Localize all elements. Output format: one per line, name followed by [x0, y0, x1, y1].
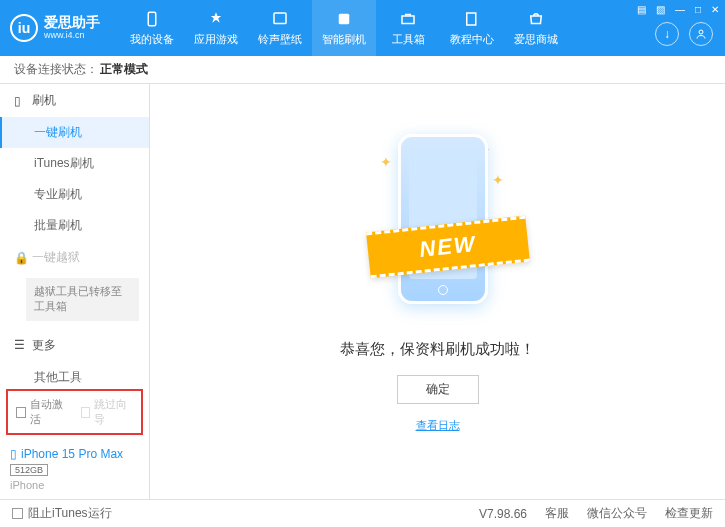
app-header: iu 爱思助手 www.i4.cn 我的设备 应用游戏 铃声壁纸 智能刷机 工具… — [0, 0, 725, 56]
store-icon — [526, 9, 546, 29]
minimize-icon[interactable]: — — [675, 4, 685, 15]
top-nav: 我的设备 应用游戏 铃声壁纸 智能刷机 工具箱 教程中心 爱思商城 — [120, 0, 568, 56]
lock-icon: 🔒 — [14, 251, 26, 265]
toolbox-icon — [398, 9, 418, 29]
device-status-bar: 设备连接状态： 正常模式 — [0, 56, 725, 84]
tab-ringtones[interactable]: 铃声壁纸 — [248, 0, 312, 56]
svg-rect-0 — [148, 12, 156, 26]
success-illustration: ✦ ✦ ✦ NEW — [368, 124, 508, 324]
device-name-text: iPhone 15 Pro Max — [21, 447, 123, 461]
svg-rect-3 — [402, 16, 414, 24]
skin-icon[interactable]: ▧ — [656, 4, 665, 15]
svg-rect-2 — [339, 14, 350, 25]
new-banner: NEW — [366, 216, 530, 278]
version-label: V7.98.66 — [479, 507, 527, 521]
more-icon: ☰ — [14, 338, 26, 352]
checkbox-skip-wizard: 跳过向导 — [81, 397, 134, 427]
tab-tutorials[interactable]: 教程中心 — [440, 0, 504, 56]
tab-toolbox[interactable]: 工具箱 — [376, 0, 440, 56]
tab-apps[interactable]: 应用游戏 — [184, 0, 248, 56]
image-icon — [270, 9, 290, 29]
footer-support[interactable]: 客服 — [545, 505, 569, 522]
checkbox-icon — [16, 407, 26, 418]
sidebar-item-pro[interactable]: 专业刷机 — [0, 179, 149, 210]
footer-bar: 阻止iTunes运行 V7.98.66 客服 微信公众号 检查更新 — [0, 499, 725, 527]
status-label: 设备连接状态： — [14, 61, 98, 78]
sidebar-item-batch[interactable]: 批量刷机 — [0, 210, 149, 241]
tab-store[interactable]: 爱思商城 — [504, 0, 568, 56]
maximize-icon[interactable]: □ — [695, 4, 701, 15]
sidebar-item-othertools[interactable]: 其他工具 — [0, 362, 149, 383]
sidebar: ▯ 刷机 一键刷机 iTunes刷机 专业刷机 批量刷机 🔒 一键越狱 越狱工具… — [0, 84, 150, 499]
sparkle-icon: ✦ — [492, 172, 504, 188]
sidebar-item-oneclick[interactable]: 一键刷机 — [0, 117, 149, 148]
app-url: www.i4.cn — [44, 31, 100, 41]
connected-device[interactable]: ▯ iPhone 15 Pro Max 512GB iPhone — [0, 441, 149, 499]
svg-point-4 — [699, 30, 703, 34]
device-type: iPhone — [10, 479, 139, 491]
device-icon — [142, 9, 162, 29]
device-small-icon: ▯ — [10, 447, 17, 461]
download-button[interactable]: ↓ — [655, 22, 679, 46]
checkbox-icon[interactable] — [12, 508, 23, 519]
device-storage: 512GB — [10, 464, 48, 476]
jailbreak-note: 越狱工具已转移至工具箱 — [26, 278, 139, 321]
tab-smart-flash[interactable]: 智能刷机 — [312, 0, 376, 56]
menu-icon[interactable]: ▤ — [637, 4, 646, 15]
footer-wechat[interactable]: 微信公众号 — [587, 505, 647, 522]
book-icon — [462, 9, 482, 29]
sparkle-icon: ✦ — [380, 154, 392, 170]
sidebar-section-more[interactable]: ☰ 更多 — [0, 329, 149, 362]
window-controls: ▤ ▧ — □ ✕ — [637, 4, 719, 15]
sidebar-section-jailbreak: 🔒 一键越狱 — [0, 241, 149, 274]
logo-icon: iu — [10, 14, 38, 42]
block-itunes-label[interactable]: 阻止iTunes运行 — [28, 505, 112, 522]
status-value: 正常模式 — [100, 61, 148, 78]
ok-button[interactable]: 确定 — [397, 375, 479, 404]
view-log-link[interactable]: 查看日志 — [416, 418, 460, 433]
success-message: 恭喜您，保资料刷机成功啦！ — [340, 340, 535, 359]
flash-icon — [334, 9, 354, 29]
tab-my-device[interactable]: 我的设备 — [120, 0, 184, 56]
main-content: ✦ ✦ ✦ NEW 恭喜您，保资料刷机成功啦！ 确定 查看日志 — [150, 84, 725, 499]
checkbox-icon — [81, 407, 91, 418]
svg-rect-1 — [274, 13, 286, 24]
options-row-highlighted: 自动激活 跳过向导 — [6, 389, 143, 435]
sidebar-item-itunes[interactable]: iTunes刷机 — [0, 148, 149, 179]
app-title: 爱思助手 — [44, 15, 100, 30]
phone-graphic — [398, 134, 488, 304]
sidebar-section-flash[interactable]: ▯ 刷机 — [0, 84, 149, 117]
logo: iu 爱思助手 www.i4.cn — [10, 14, 100, 42]
user-button[interactable] — [689, 22, 713, 46]
phone-icon: ▯ — [14, 94, 26, 108]
apps-icon — [206, 9, 226, 29]
close-icon[interactable]: ✕ — [711, 4, 719, 15]
checkbox-auto-activate[interactable]: 自动激活 — [16, 397, 69, 427]
footer-update[interactable]: 检查更新 — [665, 505, 713, 522]
